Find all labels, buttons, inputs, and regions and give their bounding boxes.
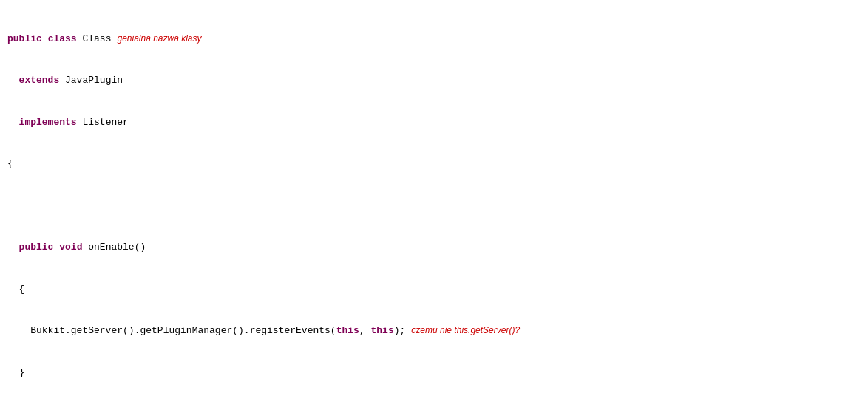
code-text: implements Listener <box>7 116 129 130</box>
code-line-6: public void onEnable() <box>7 241 861 255</box>
code-text: Bukkit.getServer().getPluginManager().re… <box>7 324 405 338</box>
comment-genial: genialna nazwa klasy <box>117 33 201 45</box>
code-line-1: public class Class genialna nazwa klasy <box>7 33 861 47</box>
code-line-8: Bukkit.getServer().getPluginManager().re… <box>7 324 861 338</box>
code-line-3: implements Listener <box>7 116 861 130</box>
code-text: public void onEnable() <box>7 241 146 255</box>
comment-czemu: czemu nie this.getServer()? <box>411 324 520 337</box>
code-text: { <box>7 283 24 297</box>
code-line-2: extends JavaPlugin <box>7 74 861 88</box>
code-text: } <box>7 366 24 380</box>
code-text <box>7 199 13 213</box>
code-text: extends JavaPlugin <box>7 74 123 88</box>
code-line-4: { <box>7 157 861 171</box>
code-line-5 <box>7 199 861 213</box>
code-text: public class Class <box>7 33 111 47</box>
code-text: { <box>7 157 13 171</box>
code-line-7: { <box>7 283 861 297</box>
code-line-9: } <box>7 366 861 380</box>
code-editor: public class Class genialna nazwa klasy … <box>0 0 868 410</box>
